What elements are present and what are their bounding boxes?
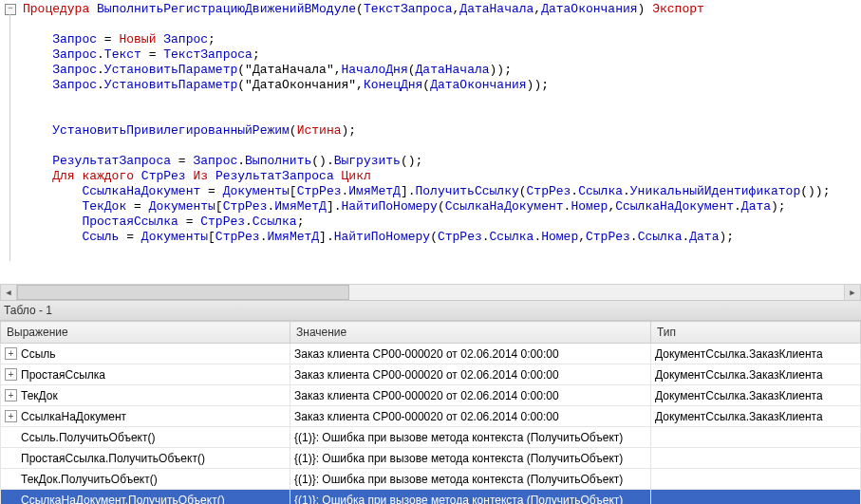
expand-icon[interactable]: +: [5, 410, 17, 422]
watch-type: ДокументСсылка.ЗаказКлиента: [651, 406, 861, 427]
watch-row[interactable]: Ссыль.ПолучитьОбъект(){(1)}: Ошибка при …: [1, 427, 861, 448]
watch-expression: ТекДок.ПолучитьОбъект(): [21, 473, 158, 486]
code-editor[interactable]: − Процедура ВыполнитьРегистрациюДвижений…: [0, 0, 861, 284]
watch-expression: Ссыль.ПолучитьОбъект(): [21, 431, 155, 444]
watch-row[interactable]: +СсыльЗаказ клиента СР00-000020 от 02.06…: [1, 344, 861, 364]
watch-value: Заказ клиента СР00-000020 от 02.06.2014 …: [290, 364, 651, 385]
col-type[interactable]: Тип: [651, 322, 861, 344]
watch-value: Заказ клиента СР00-000020 от 02.06.2014 …: [290, 385, 651, 406]
watch-type: [651, 469, 861, 490]
watch-value: Заказ клиента СР00-000020 от 02.06.2014 …: [290, 344, 651, 364]
watch-expression: ПростаяСсылка.ПолучитьОбъект(): [21, 452, 205, 465]
fold-toggle[interactable]: −: [5, 4, 16, 15]
watch-type: [651, 448, 861, 469]
watch-row[interactable]: СсылкаНаДокумент.ПолучитьОбъект(){(1)}: …: [1, 490, 861, 505]
fold-guide: [9, 14, 10, 261]
expand-icon[interactable]: +: [5, 347, 17, 360]
watch-grid[interactable]: Выражение Значение Тип +СсыльЗаказ клиен…: [0, 321, 861, 504]
expand-icon[interactable]: +: [5, 389, 17, 401]
watch-expression: ТекДок: [21, 389, 58, 402]
watch-type: [651, 427, 861, 448]
code-text[interactable]: Процедура ВыполнитьРегистрациюДвиженийВМ…: [23, 2, 830, 245]
expand-icon[interactable]: +: [5, 368, 17, 381]
scroll-thumb[interactable]: [17, 285, 349, 300]
watch-value: {(1)}: Ошибка при вызове метода контекст…: [290, 490, 651, 505]
watch-row[interactable]: +СсылкаНаДокументЗаказ клиента СР00-0000…: [1, 406, 861, 427]
watch-type: [651, 490, 861, 505]
watch-type: ДокументСсылка.ЗаказКлиента: [651, 364, 861, 385]
watch-expression: СсылкаНаДокумент.ПолучитьОбъект(): [21, 494, 225, 505]
scroll-left-icon[interactable]: ◀: [0, 285, 17, 300]
col-value[interactable]: Значение: [290, 322, 651, 344]
scroll-right-icon[interactable]: ▶: [844, 285, 861, 300]
watch-value: {(1)}: Ошибка при вызове метода контекст…: [290, 448, 651, 469]
watch-header-row: Выражение Значение Тип: [1, 322, 861, 344]
scroll-track[interactable]: [17, 285, 844, 300]
panel-title: Табло - 1: [0, 300, 861, 321]
watch-expression: Ссыль: [21, 347, 56, 361]
watch-row[interactable]: +ПростаяСсылкаЗаказ клиента СР00-000020 …: [1, 364, 861, 385]
editor-hscrollbar[interactable]: ◀ ▶: [0, 284, 861, 300]
col-expression[interactable]: Выражение: [1, 322, 290, 344]
watch-expression: ПростаяСсылка: [21, 368, 105, 382]
watch-value: {(1)}: Ошибка при вызове метода контекст…: [290, 469, 651, 490]
watch-value: Заказ клиента СР00-000020 от 02.06.2014 …: [290, 406, 651, 427]
watch-expression: СсылкаНаДокумент: [21, 410, 126, 423]
watch-value: {(1)}: Ошибка при вызове метода контекст…: [290, 427, 651, 448]
watch-panel: Табло - 1 Выражение Значение Тип +СсыльЗ…: [0, 300, 861, 504]
watch-row[interactable]: ПростаяСсылка.ПолучитьОбъект(){(1)}: Оши…: [1, 448, 861, 469]
watch-row[interactable]: +ТекДокЗаказ клиента СР00-000020 от 02.0…: [1, 385, 861, 406]
watch-type: ДокументСсылка.ЗаказКлиента: [651, 385, 861, 406]
watch-row[interactable]: ТекДок.ПолучитьОбъект(){(1)}: Ошибка при…: [1, 469, 861, 490]
watch-type: ДокументСсылка.ЗаказКлиента: [651, 344, 861, 364]
